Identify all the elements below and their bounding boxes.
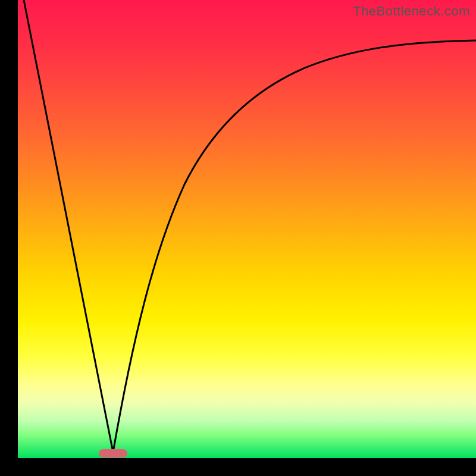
plot-area: TheBottleneck.com — [18, 0, 476, 458]
curve-left-branch — [24, 0, 113, 452]
optimum-marker — [99, 449, 127, 458]
bottleneck-curve — [18, 0, 476, 458]
watermark-text: TheBottleneck.com — [353, 4, 470, 19]
curve-right-branch — [113, 40, 476, 452]
chart-frame: TheBottleneck.com — [0, 0, 476, 476]
